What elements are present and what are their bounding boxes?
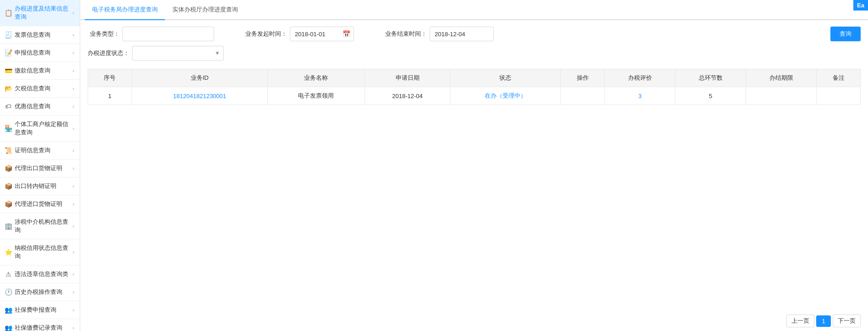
chevron-icon-zhengming-xinxi: ›: [72, 148, 74, 153]
col-总环节数: 总环节数: [675, 69, 746, 87]
cell-evaluation[interactable]: 3: [605, 87, 675, 105]
sidebar-icon-shenbao-xinxi: 📝: [5, 49, 12, 56]
col-状态: 状态: [450, 69, 561, 87]
cell-business-id[interactable]: 1812041821230001: [132, 87, 267, 105]
tabs-bar: 电子税务局办理进度查询实体办税厅办理进度查询: [80, 0, 868, 20]
status-label: 办税进度状态：: [88, 49, 129, 57]
table-row: 11812041821230001电子发票领用2018-12-04在办（受理中）…: [88, 87, 861, 105]
prev-page-button[interactable]: 上一页: [786, 314, 814, 327]
chevron-icon-weifa-weizhan: ›: [72, 271, 74, 277]
sidebar-icon-youhui-xinxi: 🏷: [5, 103, 12, 110]
end-time-label: 业务结束时间：: [385, 30, 427, 38]
sidebar-item-fapiao-xinxi[interactable]: 🧾 发票信息查询 ›: [0, 26, 80, 44]
sidebar-item-weifa-weizhan[interactable]: ⚠ 违法违章信息查询类 ›: [0, 265, 80, 283]
start-time-input[interactable]: [290, 27, 354, 41]
col-序号: 序号: [88, 69, 132, 87]
chevron-icon-chukou-zhuanneishui: ›: [72, 183, 74, 189]
sidebar-item-shenbao-xinxi[interactable]: 📝 申报信息查询 ›: [0, 44, 80, 62]
chevron-icon-youhui-xinxi: ›: [72, 104, 74, 109]
sidebar-icon-lishi-banshui: 🕐: [5, 288, 12, 296]
sidebar-item-daili-jinkuo[interactable]: 📦 代理进口货物证明 ›: [0, 195, 80, 213]
chevron-icon-fapiao-xinxi: ›: [72, 32, 74, 38]
search-button[interactable]: 查询: [830, 27, 861, 41]
sidebar-item-youhui-xinxi[interactable]: 🏷 优惠信息查询 ›: [0, 98, 80, 116]
business-type-input[interactable]: [122, 27, 214, 41]
sidebar-icon-daili-jinkuo: 📦: [5, 200, 12, 208]
sidebar-icon-chukou-zhuanneishui: 📦: [5, 182, 12, 190]
chevron-icon-lishi-banshui: ›: [72, 289, 74, 295]
status-select[interactable]: [132, 46, 224, 61]
chevron-icon-shebao-jiaofei: ›: [72, 325, 74, 331]
chevron-icon-shebao-shenbao: ›: [72, 307, 74, 313]
sidebar-label-youhui-xinxi: 优惠信息查询: [15, 102, 50, 110]
sidebar: 📋 办税进度及结果信息查询 › 🧾 发票信息查询 › 📝 申报信息查询 › 💳 …: [0, 0, 80, 331]
sidebar-label-geti-gongshang: 个体工商户核定额信息查询: [15, 120, 72, 137]
sidebar-label-shebao-shenbao: 社保费申报查询: [15, 306, 56, 314]
cell-deadline: [746, 87, 817, 105]
sidebar-icon-jiaokuan-xinxi: 💳: [5, 67, 12, 74]
sidebar-icon-zhengming-xinxi: 📜: [5, 147, 12, 154]
chevron-icon-sheshui-zhongjie: ›: [72, 223, 74, 229]
sidebar-item-lishi-banshui[interactable]: 🕐 历史办税操作查询 ›: [0, 283, 80, 301]
sidebar-icon-shebao-shenbao: 👥: [5, 306, 12, 314]
sidebar-icon-sheshui-zhongjie: 🏢: [5, 222, 12, 230]
chevron-icon-jiaokuan-xinxi: ›: [72, 68, 74, 73]
result-table: 序号业务ID业务名称申请日期状态操作办税评价总环节数办结期限备注 1181204…: [88, 69, 861, 105]
start-time-label: 业务发起时间：: [245, 30, 287, 38]
sidebar-icon-daili-chukuo: 📦: [5, 165, 12, 172]
sidebar-item-daili-chukuo[interactable]: 📦 代理出口货物证明 ›: [0, 160, 80, 177]
sidebar-icon-nashui-xinyong: ⭐: [5, 248, 12, 256]
cell-operation: [561, 87, 605, 105]
table-wrapper: 序号业务ID业务名称申请日期状态操作办税评价总环节数办结期限备注 1181204…: [80, 69, 868, 311]
sidebar-item-nashui-xinyong[interactable]: ⭐ 纳税信用状态信息查询 ›: [0, 239, 80, 265]
sidebar-item-jiaokuan-xinxi[interactable]: 💳 缴款信息查询 ›: [0, 62, 80, 80]
sidebar-item-shebao-shenbao[interactable]: 👥 社保费申报查询 ›: [0, 301, 80, 319]
tab-dianzi[interactable]: 电子税务局办理进度查询: [85, 0, 165, 20]
sidebar-item-zhengming-xinxi[interactable]: 📜 证明信息查询 ›: [0, 142, 80, 160]
cell-business-name: 电子发票领用: [267, 87, 365, 105]
cell-seq: 1: [88, 87, 132, 105]
cell-remark: [817, 87, 861, 105]
chevron-icon-daili-chukuo: ›: [72, 166, 74, 171]
business-type-label: 业务类型：: [88, 30, 120, 38]
chevron-icon-shenbao-xinxi: ›: [72, 50, 74, 55]
next-page-button[interactable]: 下一页: [833, 314, 861, 327]
end-time-input[interactable]: [430, 27, 494, 41]
sidebar-label-daili-chukuo: 代理出口货物证明: [15, 164, 62, 172]
sidebar-label-daili-jinkuo: 代理进口货物证明: [15, 200, 62, 208]
sidebar-label-jiaokuan-xinxi: 缴款信息查询: [15, 66, 50, 75]
sidebar-label-banshui-jindu: 办税进度及结果信息查询: [15, 5, 72, 21]
cell-total-steps: 5: [675, 87, 746, 105]
sidebar-label-qianshui-xinxi: 欠税信息查询: [15, 84, 50, 93]
sidebar-label-fapiao-xinxi: 发票信息查询: [15, 31, 50, 39]
sidebar-item-sheshui-zhongjie[interactable]: 🏢 涉税中介机构信息查询 ›: [0, 213, 80, 239]
col-操作: 操作: [561, 69, 605, 87]
page-1-button[interactable]: 1: [816, 315, 831, 327]
col-业务名称: 业务名称: [267, 69, 365, 87]
sidebar-label-nashui-xinyong: 纳税信用状态信息查询: [15, 244, 72, 260]
chevron-icon-nashui-xinyong: ›: [72, 249, 74, 255]
sidebar-label-chukou-zhuanneishui: 出口转内销证明: [15, 182, 56, 190]
col-备注: 备注: [817, 69, 861, 87]
cell-status[interactable]: 在办（受理中）: [450, 87, 561, 105]
sidebar-label-lishi-banshui: 历史办税操作查询: [15, 288, 62, 296]
pagination: 上一页 1 下一页: [80, 311, 868, 331]
table-header-row: 序号业务ID业务名称申请日期状态操作办税评价总环节数办结期限备注: [88, 69, 861, 87]
col-申请日期: 申请日期: [365, 69, 450, 87]
sidebar-item-qianshui-xinxi[interactable]: 📂 欠税信息查询 ›: [0, 80, 80, 98]
sidebar-icon-qianshui-xinxi: 📂: [5, 85, 12, 92]
main-content: 电子税务局办理进度查询实体办税厅办理进度查询 业务类型： 业务发起时间： 📅 业…: [80, 0, 868, 331]
sidebar-icon-fapiao-xinxi: 🧾: [5, 31, 12, 39]
sidebar-item-geti-gongshang[interactable]: 🏪 个体工商户核定额信息查询 ›: [0, 116, 80, 142]
sidebar-icon-geti-gongshang: 🏪: [5, 125, 12, 132]
sidebar-label-weifa-weizhan: 违法违章信息查询类: [15, 270, 68, 278]
sidebar-item-shebao-jiaofei[interactable]: 👥 社保缴费记录查询 ›: [0, 319, 80, 331]
chevron-icon-qianshui-xinxi: ›: [72, 86, 74, 91]
tab-shiti[interactable]: 实体办税厅办理进度查询: [165, 0, 245, 20]
sidebar-item-banshui-jindu[interactable]: 📋 办税进度及结果信息查询 ›: [0, 0, 80, 26]
sidebar-label-shenbao-xinxi: 申报信息查询: [15, 49, 50, 57]
chevron-icon-daili-jinkuo: ›: [72, 201, 74, 207]
search-form: 业务类型： 业务发起时间： 📅 业务结束时间： 查询 办税进度状态：: [80, 20, 868, 69]
col-办结期限: 办结期限: [746, 69, 817, 87]
sidebar-item-chukou-zhuanneishui[interactable]: 📦 出口转内销证明 ›: [0, 177, 80, 195]
